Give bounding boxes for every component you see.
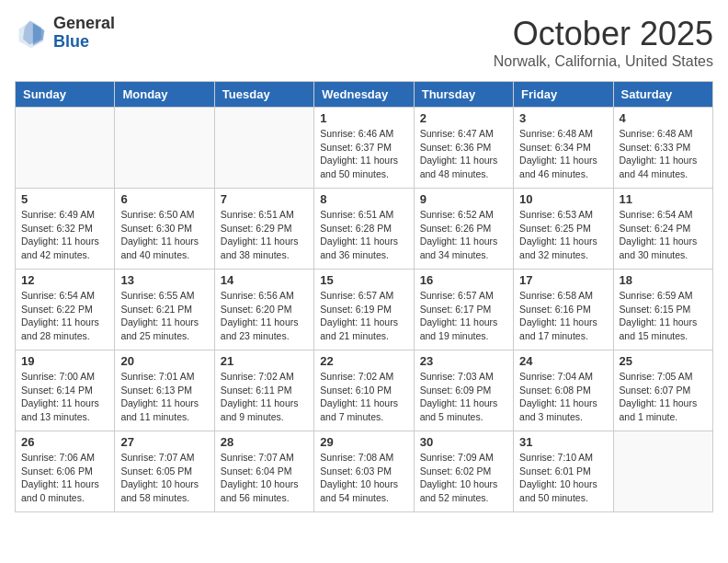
day-info: Sunrise: 6:50 AM <box>120 208 208 222</box>
calendar-cell: 20Sunrise: 7:01 AMSunset: 6:13 PMDayligh… <box>115 350 214 431</box>
day-info: Sunrise: 7:06 AM <box>21 451 108 465</box>
day-number: 21 <box>221 354 308 368</box>
day-info: and 0 minutes. <box>21 491 108 505</box>
day-number: 25 <box>620 354 707 368</box>
calendar-cell <box>115 108 214 189</box>
calendar-cell: 5Sunrise: 6:49 AMSunset: 6:32 PMDaylight… <box>16 189 115 270</box>
day-number: 27 <box>120 435 208 449</box>
day-info: Sunrise: 6:53 AM <box>519 208 607 222</box>
day-info: Sunset: 6:30 PM <box>120 222 208 236</box>
day-info: and 38 minutes. <box>221 248 308 262</box>
day-info: Sunset: 6:02 PM <box>420 465 507 478</box>
calendar-cell: 2Sunrise: 6:47 AMSunset: 6:36 PMDaylight… <box>414 108 513 189</box>
day-number: 19 <box>21 354 108 368</box>
day-number: 15 <box>320 273 407 287</box>
day-info: Daylight: 10 hours <box>221 477 308 491</box>
week-row-2: 5Sunrise: 6:49 AMSunset: 6:32 PMDaylight… <box>16 189 713 270</box>
day-info: Sunrise: 7:07 AM <box>120 451 208 465</box>
logo-text: General Blue <box>53 15 115 52</box>
day-info: and 32 minutes. <box>519 248 607 262</box>
day-info: Sunrise: 6:48 AM <box>519 127 607 141</box>
day-info: Daylight: 11 hours <box>519 396 607 410</box>
day-info: Daylight: 11 hours <box>120 396 208 410</box>
day-info: Daylight: 11 hours <box>519 316 607 329</box>
calendar-cell <box>16 108 115 189</box>
calendar-cell: 28Sunrise: 7:07 AMSunset: 6:04 PMDayligh… <box>214 431 313 512</box>
calendar-cell: 16Sunrise: 6:57 AMSunset: 6:17 PMDayligh… <box>414 270 513 350</box>
calendar-cell: 29Sunrise: 7:08 AMSunset: 6:03 PMDayligh… <box>314 431 414 512</box>
day-info: Sunrise: 7:00 AM <box>21 370 108 384</box>
calendar-cell: 17Sunrise: 6:58 AMSunset: 6:16 PMDayligh… <box>514 270 613 350</box>
calendar-cell: 10Sunrise: 6:53 AMSunset: 6:25 PMDayligh… <box>514 189 613 270</box>
day-info: and 30 minutes. <box>620 248 707 262</box>
day-info: Sunset: 6:14 PM <box>21 384 108 397</box>
day-info: Daylight: 11 hours <box>221 316 308 329</box>
day-info: Daylight: 10 hours <box>320 477 407 491</box>
day-info: and 15 minutes. <box>620 329 707 343</box>
day-number: 5 <box>21 192 108 206</box>
day-number: 14 <box>221 273 308 287</box>
calendar-cell: 27Sunrise: 7:07 AMSunset: 6:05 PMDayligh… <box>115 431 214 512</box>
calendar-cell: 19Sunrise: 7:00 AMSunset: 6:14 PMDayligh… <box>16 350 115 431</box>
day-info: Sunrise: 7:01 AM <box>120 370 208 384</box>
day-info: Daylight: 11 hours <box>320 235 407 248</box>
calendar-cell: 18Sunrise: 6:59 AMSunset: 6:15 PMDayligh… <box>613 270 712 350</box>
col-sunday: Sunday <box>16 82 115 108</box>
day-info: and 46 minutes. <box>519 167 607 181</box>
day-info: Sunrise: 6:59 AM <box>620 289 707 303</box>
logo-icon <box>15 17 48 50</box>
calendar-cell: 14Sunrise: 6:56 AMSunset: 6:20 PMDayligh… <box>214 270 313 350</box>
calendar-cell: 12Sunrise: 6:54 AMSunset: 6:22 PMDayligh… <box>16 270 115 350</box>
day-number: 18 <box>620 273 707 287</box>
day-info: Sunset: 6:17 PM <box>420 303 507 316</box>
calendar-cell: 13Sunrise: 6:55 AMSunset: 6:21 PMDayligh… <box>115 270 214 350</box>
day-info: Sunset: 6:37 PM <box>320 141 407 155</box>
day-info: Sunrise: 6:54 AM <box>21 289 108 303</box>
day-number: 12 <box>21 273 108 287</box>
day-number: 4 <box>620 111 707 125</box>
day-info: Sunrise: 7:05 AM <box>620 370 707 384</box>
day-info: and 42 minutes. <box>21 248 108 262</box>
calendar-header-row: Sunday Monday Tuesday Wednesday Thursday… <box>16 82 713 108</box>
day-info: and 52 minutes. <box>420 491 507 505</box>
day-number: 6 <box>120 192 208 206</box>
calendar-cell: 30Sunrise: 7:09 AMSunset: 6:02 PMDayligh… <box>414 431 513 512</box>
day-info: and 9 minutes. <box>221 410 308 424</box>
day-info: Daylight: 11 hours <box>420 316 507 329</box>
day-info: and 1 minute. <box>620 410 707 424</box>
calendar-cell: 24Sunrise: 7:04 AMSunset: 6:08 PMDayligh… <box>514 350 613 431</box>
calendar-cell: 15Sunrise: 6:57 AMSunset: 6:19 PMDayligh… <box>314 270 414 350</box>
day-info: Sunset: 6:10 PM <box>320 384 407 397</box>
day-info: Sunset: 6:25 PM <box>519 222 607 236</box>
day-info: Sunset: 6:11 PM <box>221 384 308 397</box>
calendar: Sunday Monday Tuesday Wednesday Thursday… <box>15 81 713 512</box>
day-info: Sunrise: 6:51 AM <box>221 208 308 222</box>
day-info: Sunset: 6:15 PM <box>620 303 707 316</box>
calendar-cell: 21Sunrise: 7:02 AMSunset: 6:11 PMDayligh… <box>214 350 313 431</box>
day-info: Daylight: 11 hours <box>21 396 108 410</box>
day-number: 11 <box>620 192 707 206</box>
day-info: and 54 minutes. <box>320 491 407 505</box>
col-friday: Friday <box>514 82 613 108</box>
day-info: and 19 minutes. <box>420 329 507 343</box>
day-info: Sunset: 6:28 PM <box>320 222 407 236</box>
month-title: October 2025 <box>494 15 713 53</box>
day-info: Sunrise: 6:56 AM <box>221 289 308 303</box>
day-number: 24 <box>519 354 607 368</box>
day-info: Sunrise: 6:49 AM <box>21 208 108 222</box>
day-number: 9 <box>420 192 507 206</box>
day-number: 30 <box>420 435 507 449</box>
day-info: Daylight: 11 hours <box>221 396 308 410</box>
day-info: Sunset: 6:26 PM <box>420 222 507 236</box>
day-number: 13 <box>120 273 208 287</box>
day-info: Daylight: 10 hours <box>420 477 507 491</box>
calendar-cell: 23Sunrise: 7:03 AMSunset: 6:09 PMDayligh… <box>414 350 513 431</box>
day-info: Sunset: 6:16 PM <box>519 303 607 316</box>
day-info: Sunrise: 7:02 AM <box>221 370 308 384</box>
col-thursday: Thursday <box>414 82 513 108</box>
day-info: Sunset: 6:24 PM <box>620 222 707 236</box>
day-info: Daylight: 11 hours <box>420 396 507 410</box>
day-number: 3 <box>519 111 607 125</box>
day-info: Daylight: 11 hours <box>320 316 407 329</box>
logo-general: General <box>53 15 115 33</box>
